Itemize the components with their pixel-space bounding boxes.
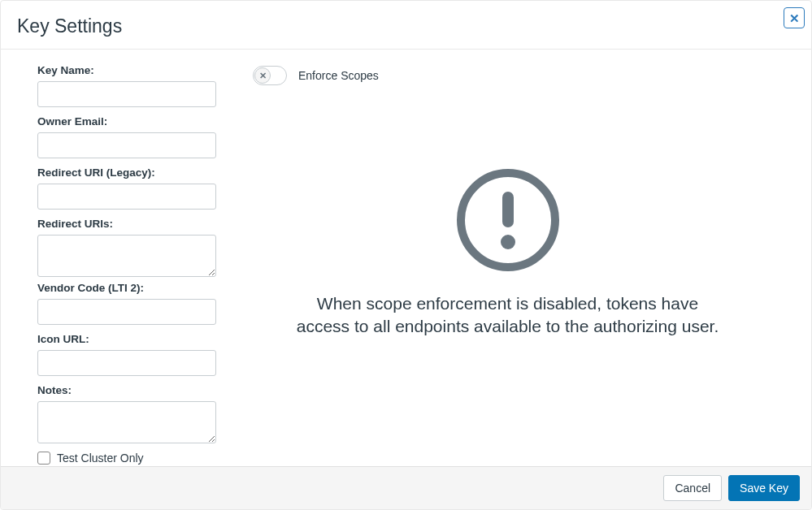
icon-url-group: Icon URL: — [37, 333, 228, 376]
vendor-code-group: Vendor Code (LTI 2): — [37, 282, 228, 325]
toggle-knob: ✕ — [254, 67, 271, 84]
close-button[interactable]: ✕ — [784, 7, 805, 28]
save-key-button[interactable]: Save Key — [728, 475, 800, 501]
svg-rect-1 — [502, 192, 514, 227]
redirect-uri-legacy-input[interactable] — [37, 184, 216, 210]
form-column: Key Name: Owner Email: Redirect URI (Leg… — [37, 64, 228, 469]
test-cluster-checkbox[interactable] — [37, 452, 50, 465]
notes-label: Notes: — [37, 384, 228, 396]
icon-url-input[interactable] — [37, 350, 216, 376]
close-icon: ✕ — [789, 12, 800, 24]
warning-icon — [455, 167, 561, 276]
enforce-scopes-row: ✕ Enforce Scopes — [253, 66, 795, 85]
vendor-code-label: Vendor Code (LTI 2): — [37, 282, 228, 294]
icon-url-label: Icon URL: — [37, 333, 228, 345]
notes-group: Notes: — [37, 384, 228, 447]
owner-email-input[interactable] — [37, 132, 216, 158]
redirect-uris-group: Redirect URIs: — [37, 218, 228, 280]
redirect-uris-input[interactable] — [37, 235, 216, 277]
key-name-input[interactable] — [37, 81, 216, 107]
test-cluster-row: Test Cluster Only — [37, 452, 228, 465]
redirect-uri-legacy-label: Redirect URI (Legacy): — [37, 166, 228, 179]
dialog-title: Key Settings — [17, 15, 795, 37]
notes-input[interactable] — [37, 401, 216, 443]
dialog-header: Key Settings — [1, 1, 811, 50]
enforce-scopes-label: Enforce Scopes — [298, 69, 379, 82]
warning-area: When scope enforcement is disabled, toke… — [253, 85, 795, 469]
test-cluster-label: Test Cluster Only — [57, 452, 144, 465]
enforce-scopes-toggle[interactable]: ✕ — [253, 66, 287, 85]
key-name-label: Key Name: — [37, 64, 228, 76]
redirect-uri-legacy-group: Redirect URI (Legacy): — [37, 166, 228, 210]
warning-text: When scope enforcement is disabled, toke… — [297, 292, 719, 339]
scopes-column: ✕ Enforce Scopes When scope enforcement … — [253, 64, 795, 469]
key-name-group: Key Name: — [37, 64, 228, 107]
redirect-uris-label: Redirect URIs: — [37, 218, 228, 230]
dialog-body: Key Name: Owner Email: Redirect URI (Leg… — [1, 50, 811, 477]
vendor-code-input[interactable] — [37, 299, 216, 325]
dialog-footer: Cancel Save Key — [1, 466, 811, 509]
cancel-button[interactable]: Cancel — [663, 475, 722, 501]
owner-email-group: Owner Email: — [37, 115, 228, 158]
svg-point-2 — [501, 235, 515, 249]
x-icon: ✕ — [259, 71, 267, 81]
owner-email-label: Owner Email: — [37, 115, 228, 128]
